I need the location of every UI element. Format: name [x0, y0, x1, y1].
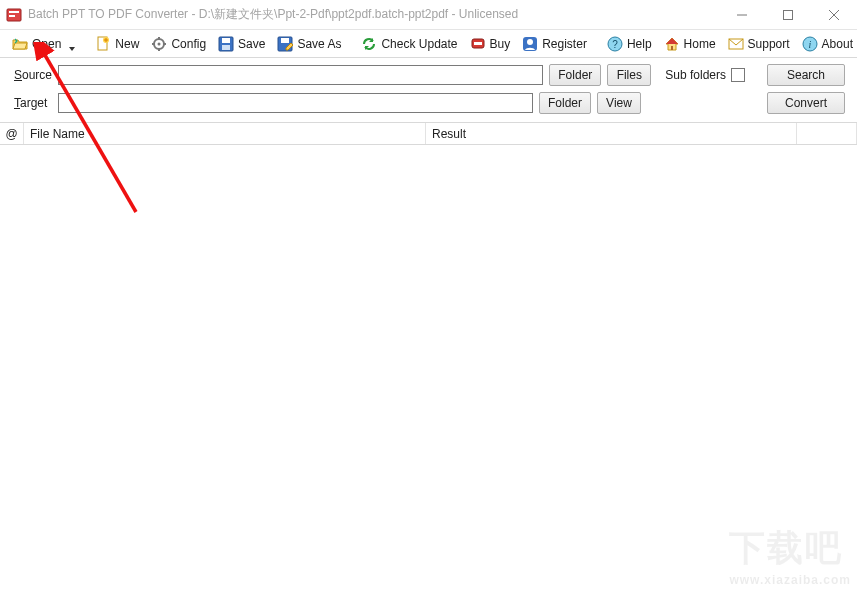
svg-rect-24	[474, 42, 482, 45]
target-view-button[interactable]: View	[597, 92, 641, 114]
toolbar: Open New Config Save Save As Check Updat…	[0, 30, 857, 58]
cart-icon	[470, 36, 486, 52]
open-label: Open	[32, 37, 61, 51]
about-label: About	[822, 37, 853, 51]
save-icon	[218, 36, 234, 52]
svg-rect-1	[9, 11, 19, 13]
home-icon	[664, 36, 680, 52]
gear-icon	[151, 36, 167, 52]
register-label: Register	[542, 37, 587, 51]
svg-rect-4	[784, 11, 793, 20]
buy-button[interactable]: Buy	[464, 33, 517, 55]
about-button[interactable]: i About	[796, 33, 857, 55]
open-folder-icon	[12, 36, 28, 52]
new-file-icon	[95, 36, 111, 52]
svg-text:?: ?	[612, 39, 618, 50]
col-end	[797, 123, 857, 144]
user-icon	[522, 36, 538, 52]
new-label: New	[115, 37, 139, 51]
svg-rect-17	[222, 38, 230, 43]
target-folder-button[interactable]: Folder	[539, 92, 591, 114]
target-row: Target Folder View Convert	[0, 86, 857, 123]
window-controls	[719, 0, 857, 29]
chevron-down-icon	[69, 41, 75, 47]
save-as-icon	[277, 36, 293, 52]
save-label: Save	[238, 37, 265, 51]
source-input[interactable]	[58, 65, 543, 85]
buy-label: Buy	[490, 37, 511, 51]
subfolders-label: Sub folders	[665, 68, 726, 82]
info-icon: i	[802, 36, 818, 52]
watermark: 下载吧 www.xiazaiba.com	[729, 524, 851, 587]
subfolders-group: Sub folders	[665, 68, 745, 82]
check-update-label: Check Update	[381, 37, 457, 51]
svg-marker-7	[69, 47, 75, 51]
svg-text:i: i	[808, 39, 811, 50]
svg-rect-30	[671, 46, 673, 50]
col-filename[interactable]: File Name	[24, 123, 426, 144]
search-button[interactable]: Search	[767, 64, 845, 86]
col-at[interactable]: @	[0, 123, 24, 144]
svg-rect-18	[222, 45, 230, 50]
save-as-button[interactable]: Save As	[271, 33, 347, 55]
source-files-button[interactable]: Files	[607, 64, 651, 86]
open-button[interactable]: Open	[6, 33, 81, 55]
new-button[interactable]: New	[89, 33, 145, 55]
refresh-icon	[361, 36, 377, 52]
svg-point-11	[158, 42, 161, 45]
support-label: Support	[748, 37, 790, 51]
source-label: Source	[14, 68, 52, 82]
source-folder-button[interactable]: Folder	[549, 64, 601, 86]
target-label: Target	[14, 96, 52, 110]
titlebar: Batch PPT TO PDF Converter - D:\新建文件夹\Pp…	[0, 0, 857, 30]
help-button[interactable]: ? Help	[601, 33, 658, 55]
subfolders-checkbox[interactable]	[731, 68, 745, 82]
save-as-label: Save As	[297, 37, 341, 51]
target-input[interactable]	[58, 93, 533, 113]
register-button[interactable]: Register	[516, 33, 593, 55]
close-button[interactable]	[811, 0, 857, 30]
source-row: Source Folder Files Sub folders Search	[0, 58, 857, 86]
config-label: Config	[171, 37, 206, 51]
help-label: Help	[627, 37, 652, 51]
app-icon	[6, 7, 22, 23]
home-label: Home	[684, 37, 716, 51]
mail-icon	[728, 36, 744, 52]
save-button[interactable]: Save	[212, 33, 271, 55]
home-button[interactable]: Home	[658, 33, 722, 55]
col-result[interactable]: Result	[426, 123, 797, 144]
svg-rect-20	[281, 38, 289, 43]
svg-marker-31	[666, 38, 678, 44]
svg-rect-2	[9, 15, 15, 17]
svg-point-26	[527, 39, 533, 45]
config-button[interactable]: Config	[145, 33, 212, 55]
minimize-button[interactable]	[719, 0, 765, 30]
check-update-button[interactable]: Check Update	[355, 33, 463, 55]
table-header: @ File Name Result	[0, 123, 857, 145]
convert-button[interactable]: Convert	[767, 92, 845, 114]
maximize-button[interactable]	[765, 0, 811, 30]
support-button[interactable]: Support	[722, 33, 796, 55]
help-icon: ?	[607, 36, 623, 52]
window-title: Batch PPT TO PDF Converter - D:\新建文件夹\Pp…	[28, 6, 719, 23]
